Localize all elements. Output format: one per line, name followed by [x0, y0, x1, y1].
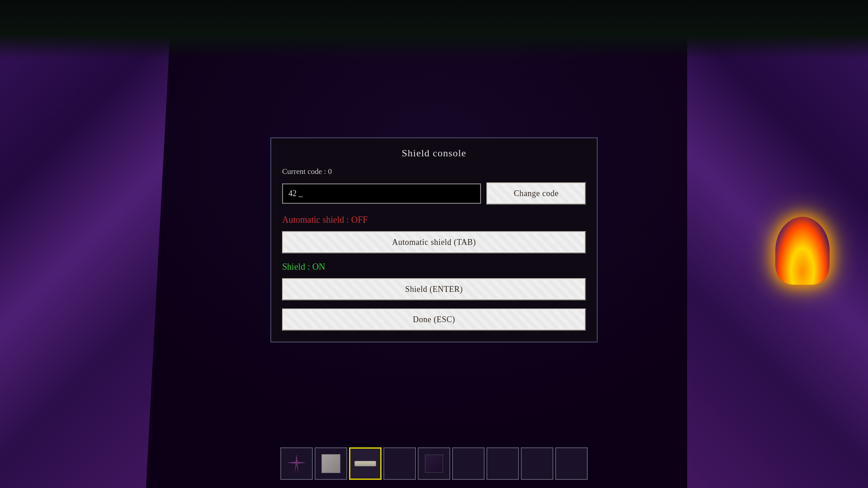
- modal-title: Shield console: [282, 147, 586, 159]
- done-button-row: Done (ESC): [282, 309, 586, 331]
- change-code-button[interactable]: Change code: [486, 183, 586, 205]
- done-button[interactable]: Done (ESC): [282, 309, 586, 331]
- slot-sword-icon: [287, 454, 306, 473]
- shield-button-row: Shield (ENTER): [282, 278, 586, 300]
- slot-dark-icon: [425, 455, 443, 473]
- shield-console-modal: Shield console Current code : 0 Change c…: [270, 137, 598, 343]
- auto-shield-button[interactable]: Automatic shield (TAB): [282, 231, 586, 253]
- hotbar-slot-7[interactable]: [486, 447, 519, 480]
- fire-effect: [775, 217, 830, 285]
- shield-status: Shield : ON: [282, 262, 586, 272]
- hotbar-slot-9[interactable]: [555, 447, 588, 480]
- current-code-label: Current code : 0: [282, 167, 586, 176]
- slot-plate-icon: [354, 461, 376, 466]
- hotbar-slot-6[interactable]: [452, 447, 485, 480]
- code-input[interactable]: [282, 183, 481, 204]
- hotbar: [280, 447, 588, 480]
- hotbar-slot-8[interactable]: [521, 447, 553, 480]
- slot-cube-icon: [321, 454, 340, 473]
- auto-shield-status: Automatic shield : OFF: [282, 215, 586, 225]
- code-input-row: Change code: [282, 183, 586, 205]
- hotbar-slot-5[interactable]: [418, 447, 450, 480]
- auto-shield-button-row: Automatic shield (TAB): [282, 231, 586, 253]
- hotbar-slot-3-active[interactable]: [349, 447, 382, 480]
- shield-button[interactable]: Shield (ENTER): [282, 278, 586, 300]
- hotbar-slot-4[interactable]: [383, 447, 416, 480]
- hotbar-slot-1[interactable]: [280, 447, 313, 480]
- hotbar-slot-2[interactable]: [315, 447, 347, 480]
